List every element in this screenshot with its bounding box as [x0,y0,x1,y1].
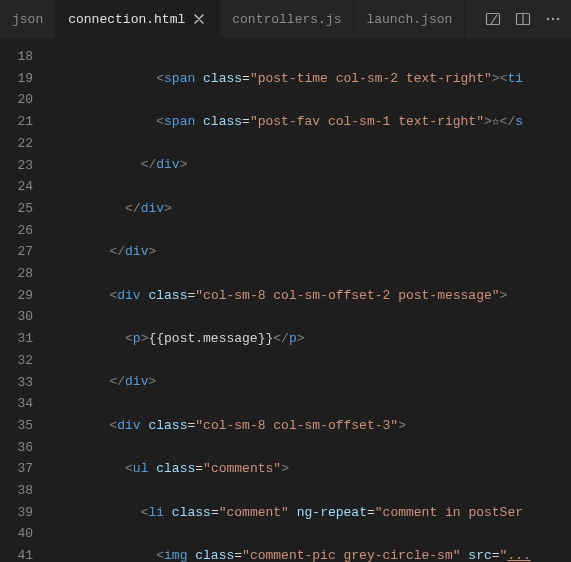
line-number-gutter: 18 19 20 21 22 23 24 25 26 27 28 29 30 3… [0,38,47,562]
line-number: 27 [0,241,33,263]
code-line: <img class="comment-pic grey-circle-sm" … [47,545,571,562]
line-number: 23 [0,155,33,177]
tab-controllers-js[interactable]: controllers.js [220,0,354,38]
tab-label: controllers.js [232,12,341,27]
tab-connection-html[interactable]: connection.html [56,0,220,38]
tab-launch-json[interactable]: launch.json [354,0,465,38]
code-line: <div class="col-sm-8 col-sm-offset-3"> [47,415,571,437]
close-icon[interactable] [191,11,207,27]
line-number: 39 [0,502,33,524]
editor-tabs: json connection.html controllers.js laun… [0,0,571,38]
svg-point-5 [557,18,560,21]
tab-label: connection.html [68,12,185,27]
code-line: <p>{{post.message}}</p> [47,328,571,350]
line-number: 38 [0,480,33,502]
tab-json[interactable]: json [0,0,56,38]
preview-icon[interactable] [483,9,503,29]
line-number: 34 [0,393,33,415]
code-line: </div> [47,241,571,263]
split-editor-icon[interactable] [513,9,533,29]
code-content[interactable]: <span class="post-time col-sm-2 text-rig… [47,38,571,562]
code-line: </div> [47,371,571,393]
line-number: 20 [0,89,33,111]
editor-area: 18 19 20 21 22 23 24 25 26 27 28 29 30 3… [0,38,571,562]
line-number: 22 [0,133,33,155]
more-icon[interactable] [543,9,563,29]
code-line: <ul class="comments"> [47,458,571,480]
svg-rect-0 [487,14,500,25]
line-number: 40 [0,523,33,545]
line-number: 41 [0,545,33,562]
tab-label: launch.json [366,12,452,27]
svg-point-4 [552,18,555,21]
code-line: <span class="post-time col-sm-2 text-rig… [47,68,571,90]
line-number: 36 [0,437,33,459]
code-line: </div> [47,198,571,220]
tab-label: json [12,12,43,27]
line-number: 25 [0,198,33,220]
line-number: 28 [0,263,33,285]
svg-point-3 [547,18,550,21]
line-number: 35 [0,415,33,437]
line-number: 29 [0,285,33,307]
code-line: <div class="col-sm-8 col-sm-offset-2 pos… [47,285,571,307]
line-number: 21 [0,111,33,133]
line-number: 31 [0,328,33,350]
line-number: 26 [0,220,33,242]
line-number: 37 [0,458,33,480]
code-line: <span class="post-fav col-sm-1 text-righ… [47,111,571,133]
line-number: 33 [0,372,33,394]
tab-actions [475,0,571,38]
line-number: 18 [0,46,33,68]
code-line: <li class="comment" ng-repeat="comment i… [47,502,571,524]
line-number: 24 [0,176,33,198]
code-line: </div> [47,154,571,176]
line-number: 32 [0,350,33,372]
line-number: 30 [0,306,33,328]
line-number: 19 [0,68,33,90]
